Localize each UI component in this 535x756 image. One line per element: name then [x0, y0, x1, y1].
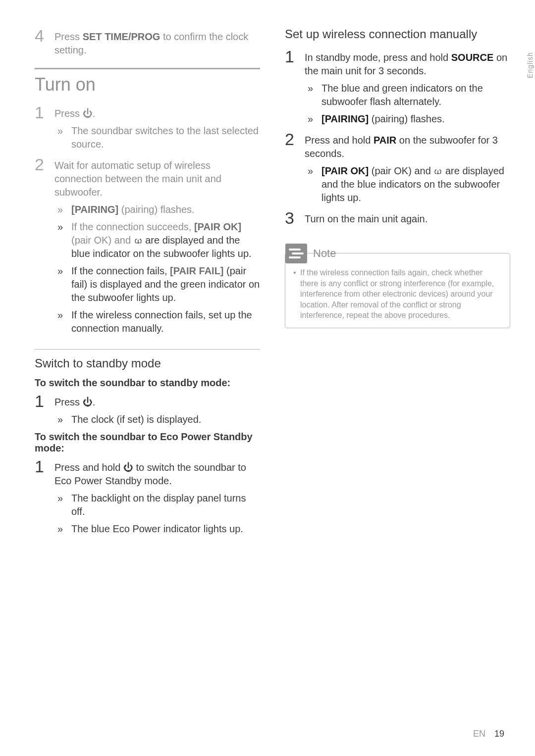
sub-item: The clock (if set) is displayed.: [54, 413, 201, 426]
step-number: 2: [35, 156, 54, 173]
language-side-label: English: [526, 52, 534, 78]
text: (pairing) flashes.: [118, 204, 194, 215]
step-number: 1: [35, 458, 54, 475]
manual-step-2: 2 Press and hold PAIR on the subwoofer f…: [285, 131, 510, 204]
sub-item: The soundbar switches to the last select…: [54, 124, 260, 151]
eco-step-1: 1 Press and hold ⏻ to switch the soundba…: [35, 458, 260, 536]
step-body: Press and hold PAIR on the subwoofer for…: [305, 131, 510, 204]
text: Press: [54, 108, 83, 119]
step-4-text: Press SET TIME/PROG to confirm the clock…: [54, 27, 260, 57]
step-body: Wait for automatic setup of wireless con…: [54, 156, 260, 335]
bold-text: SOURCE: [451, 52, 494, 63]
step-body: Press ⏻. The clock (if set) is displayed…: [54, 393, 201, 426]
note-title: Note: [313, 247, 336, 260]
bold-text: PAIR: [374, 135, 396, 146]
text: Wait for automatic setup of wireless con…: [54, 160, 221, 198]
turn-on-step-2: 2 Wait for automatic setup of wireless c…: [35, 156, 260, 335]
text: Press: [54, 31, 83, 42]
sub-list: The backlight on the display panel turns…: [54, 492, 260, 536]
step-number: 4: [35, 27, 54, 44]
sub-item: [PAIRING] (pairing) flashes.: [305, 112, 510, 126]
manual-setup-heading: Set up wireless connection manually: [285, 27, 510, 41]
text: Press and hold: [54, 462, 123, 473]
left-column: 4 Press SET TIME/PROG to confirm the clo…: [35, 27, 260, 541]
step-number: 1: [35, 393, 54, 409]
divider: [35, 68, 260, 69]
sub-item: The blue and green indicators on the sub…: [305, 82, 510, 108]
text: Press: [54, 397, 83, 407]
standby-step-1: 1 Press ⏻. The clock (if set) is display…: [35, 393, 260, 426]
text: Turn on the main unit again.: [305, 213, 428, 224]
sub-item: The backlight on the display panel turns…: [54, 492, 260, 518]
text: (pairing) flashes.: [369, 113, 444, 124]
note-header: Note: [285, 244, 502, 263]
text: (pair OK) and: [369, 165, 433, 176]
sub-item: The blue Eco Power indicator lights up.: [54, 522, 260, 536]
manual-step-3: 3 Turn on the main unit again.: [285, 209, 510, 226]
manual-step-1: 1 In standby mode, press and hold SOURCE…: [285, 48, 510, 126]
sub-item: If the wireless connection fails, set up…: [54, 308, 260, 335]
step-number: 1: [35, 104, 54, 121]
text: If the connection succeeds,: [71, 221, 194, 232]
note-box: Note If the wireless connection fails ag…: [285, 253, 510, 328]
text: If the connection fails,: [71, 265, 170, 276]
step-body: Press and hold ⏻ to switch the soundbar …: [54, 458, 260, 536]
step-body: In standby mode, press and hold SOURCE o…: [305, 48, 510, 126]
step-number: 1: [285, 48, 305, 65]
power-icon: ⏻.: [83, 108, 96, 119]
text: In standby mode, press and hold: [305, 52, 451, 63]
step-number: 2: [285, 131, 305, 148]
turn-on-step-1: 1 Press ⏻. The soundbar switches to the …: [35, 104, 260, 151]
right-column: Set up wireless connection manually 1 In…: [285, 27, 510, 541]
standby-sub-heading-1: To switch the soundbar to standby mode:: [35, 377, 260, 389]
page-footer: EN19: [473, 729, 504, 739]
power-icon: ⏻.: [83, 397, 96, 407]
bold-text: SET TIME/PROG: [83, 31, 160, 42]
divider: [35, 349, 260, 350]
standby-heading: Switch to standby mode: [35, 356, 260, 370]
bold-text: [PAIR OK]: [321, 165, 369, 176]
sub-item: [PAIRING] (pairing) flashes.: [54, 203, 260, 216]
bold-text: [PAIR FAIL]: [170, 265, 224, 276]
note-icon: [285, 244, 307, 263]
note-body: If the wireless connection fails again, …: [293, 267, 502, 321]
text: (pair OK) and: [71, 235, 134, 246]
power-icon: ⏻: [123, 462, 133, 473]
sub-list: [PAIRING] (pairing) flashes. If the conn…: [54, 203, 260, 335]
wireless-icon: [433, 169, 442, 175]
bold-text: [PAIRING]: [71, 204, 118, 215]
sub-item: If the connection fails, [PAIR FAIL] (pa…: [54, 264, 260, 304]
sub-list: The soundbar switches to the last select…: [54, 124, 260, 151]
footer-lang: EN: [473, 729, 485, 739]
wireless-icon: [134, 238, 143, 244]
sub-list: The clock (if set) is displayed.: [54, 413, 201, 426]
turn-on-heading: Turn on: [35, 74, 260, 95]
step-body: Turn on the main unit again.: [305, 209, 428, 226]
step-4: 4 Press SET TIME/PROG to confirm the clo…: [35, 27, 260, 57]
footer-page-number: 19: [494, 729, 504, 739]
text: Press and hold: [305, 135, 374, 146]
step-body: Press ⏻. The soundbar switches to the la…: [54, 104, 260, 151]
step-number: 3: [285, 209, 305, 226]
bold-text: [PAIR OK]: [194, 221, 241, 232]
sub-list: [PAIR OK] (pair OK) and are displayed an…: [305, 164, 510, 204]
standby-sub-heading-2: To switch the soundbar to Eco Power Stan…: [35, 431, 260, 454]
sub-item: If the connection succeeds, [PAIR OK] (p…: [54, 220, 260, 260]
sub-list: The blue and green indicators on the sub…: [305, 82, 510, 126]
sub-item: [PAIR OK] (pair OK) and are displayed an…: [305, 164, 510, 204]
two-column-layout: 4 Press SET TIME/PROG to confirm the clo…: [35, 27, 510, 541]
bold-text: [PAIRING]: [321, 113, 369, 124]
